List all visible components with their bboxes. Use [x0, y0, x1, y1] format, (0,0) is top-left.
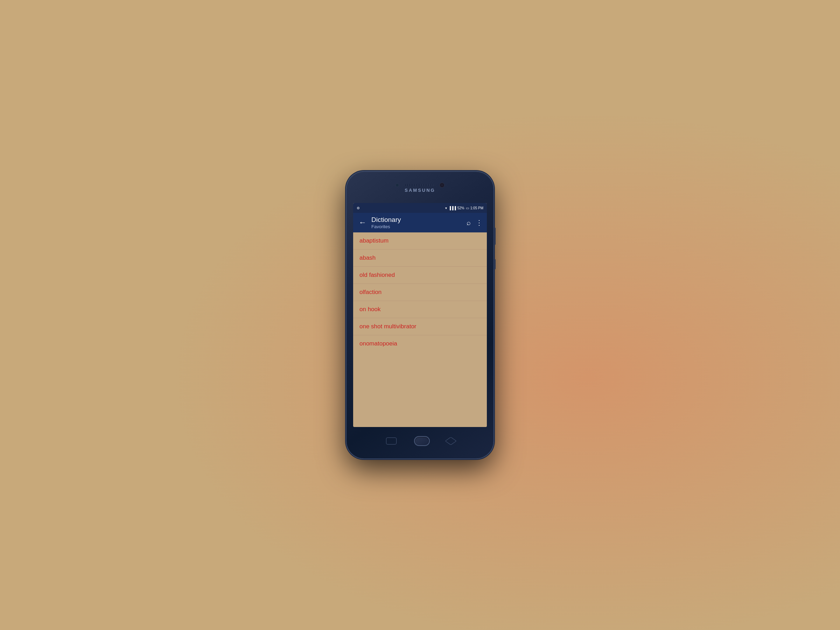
word-text: one shot multivibrator: [360, 323, 417, 330]
sensor-row: [395, 183, 445, 188]
clock: 1:05 PM: [471, 206, 483, 210]
word-text: abash: [360, 254, 376, 261]
list-item[interactable]: abash: [353, 249, 487, 267]
list-item[interactable]: on hook: [353, 301, 487, 318]
wifi-icon: ▾: [445, 206, 447, 210]
status-bar: ⚙ ▾ ▐▐▐ 52% ▭ 1:05 PM: [353, 203, 487, 213]
power-button[interactable]: [494, 259, 496, 270]
app-subtitle: Favorites: [371, 224, 463, 230]
word-text: old fashioned: [360, 272, 395, 278]
phone-outer-shell: SAMSUNG ⚙ ▾ ▐▐▐ 52% ▭ 1:05 PM: [346, 172, 494, 458]
top-bezel: SAMSUNG: [346, 172, 494, 203]
front-camera: [440, 183, 445, 188]
word-list: abaptistumabashold fashionedolfactionon …: [353, 232, 487, 427]
list-item[interactable]: abaptistum: [353, 232, 487, 249]
list-item[interactable]: onomatopoeia: [353, 335, 487, 352]
list-item[interactable]: old fashioned: [353, 267, 487, 284]
status-right: ▾ ▐▐▐ 52% ▭ 1:05 PM: [445, 206, 483, 210]
word-text: olfaction: [360, 289, 382, 295]
battery-percent: 52%: [458, 206, 464, 210]
sensor-left: [395, 183, 399, 187]
word-text: abaptistum: [360, 237, 388, 244]
back-nav-button[interactable]: [445, 437, 456, 445]
phone-screen: ⚙ ▾ ▐▐▐ 52% ▭ 1:05 PM ← Dictionary: [353, 203, 487, 427]
app-title: Dictionary: [371, 216, 463, 224]
list-item[interactable]: olfaction: [353, 284, 487, 301]
scene: SAMSUNG ⚙ ▾ ▐▐▐ 52% ▭ 1:05 PM: [0, 0, 840, 630]
word-text: on hook: [360, 306, 381, 313]
back-button[interactable]: ←: [357, 217, 368, 229]
status-left: ⚙: [357, 206, 360, 210]
more-options-button[interactable]: ⋮: [476, 218, 483, 227]
toolbar: ← Dictionary Favorites ⌕ ⋮: [353, 213, 487, 232]
battery-icon: ▭: [466, 206, 469, 210]
word-text: onomatopoeia: [360, 340, 397, 347]
brand-label: SAMSUNG: [404, 188, 435, 193]
home-button[interactable]: [414, 436, 430, 446]
bottom-bezel: [346, 427, 494, 458]
signal-icon: ▐▐▐: [448, 206, 456, 210]
recents-button[interactable]: [386, 437, 396, 445]
search-button[interactable]: ⌕: [467, 219, 471, 227]
volume-button[interactable]: [494, 227, 496, 245]
speaker-grille: [405, 184, 433, 186]
phone: SAMSUNG ⚙ ▾ ▐▐▐ 52% ▭ 1:05 PM: [346, 172, 494, 458]
toolbar-actions: ⌕ ⋮: [467, 218, 483, 227]
toolbar-title-group: Dictionary Favorites: [371, 216, 463, 229]
list-item[interactable]: one shot multivibrator: [353, 318, 487, 335]
notification-icon: ⚙: [357, 206, 360, 210]
